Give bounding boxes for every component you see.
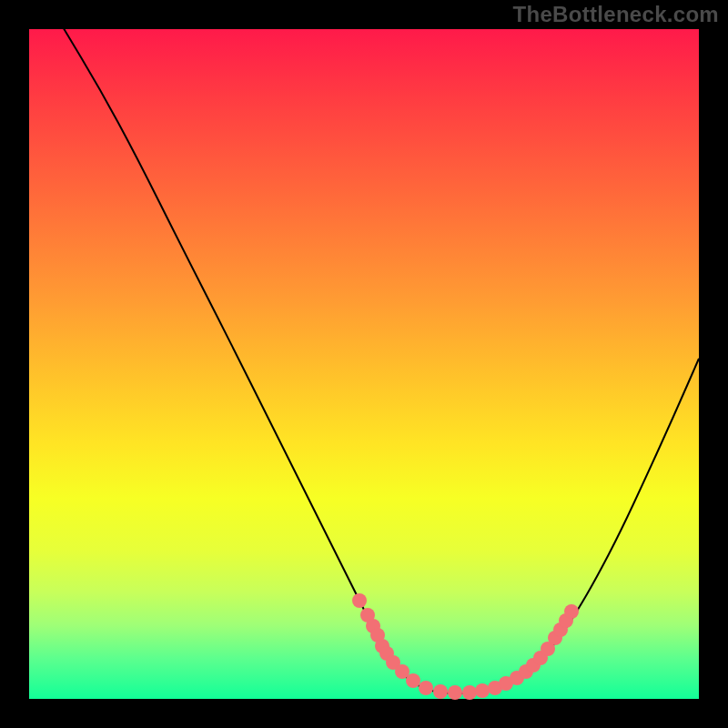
watermark-text: TheBottleneck.com xyxy=(513,2,719,27)
plot-background xyxy=(29,29,699,699)
